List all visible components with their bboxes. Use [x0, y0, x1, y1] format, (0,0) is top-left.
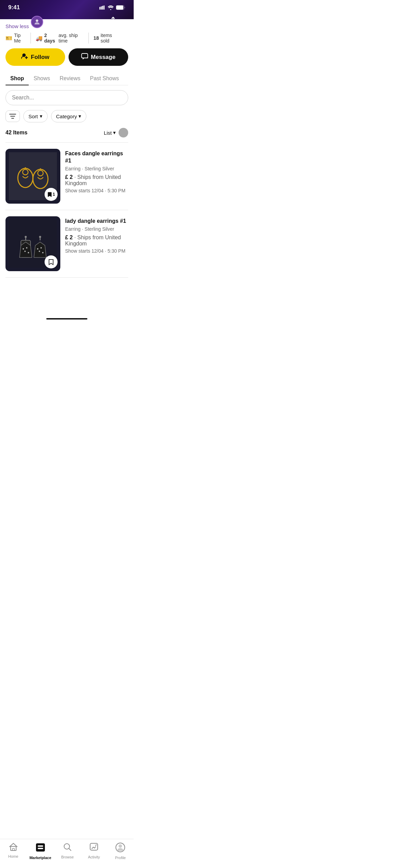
follow-icon — [21, 53, 28, 61]
bookmark-button-2[interactable] — [45, 255, 58, 268]
svg-rect-6 — [116, 5, 123, 10]
svg-point-27 — [40, 247, 42, 249]
svg-point-22 — [24, 251, 26, 252]
home-indicator — [46, 318, 87, 320]
back-button[interactable]: ‹ — [5, 17, 8, 26]
product-info: Faces dangle earrings #1 Earring · Sterl… — [65, 149, 128, 204]
nav-center: mooncrescent — [31, 16, 86, 28]
profile-stats: 🎫 Tip Me 🚚 2 days avg. ship time 18 item… — [5, 33, 128, 44]
tab-shows[interactable]: Shows — [29, 72, 55, 85]
bookmark-count: 1 — [53, 192, 55, 197]
follow-button[interactable]: Follow — [5, 48, 65, 66]
svg-point-20 — [23, 248, 24, 250]
product-category: Earring · Sterling Silver — [65, 166, 128, 171]
items-sold-stat: 18 items sold — [94, 33, 123, 44]
view-toggle-indicator — [119, 128, 128, 137]
profile-content: Show less 🎫 Tip Me 🚚 2 days avg. ship ti… — [0, 19, 134, 282]
svg-rect-3 — [104, 5, 105, 10]
nav-actions: ··· — [109, 17, 128, 27]
search-input[interactable] — [5, 90, 128, 105]
svg-point-31 — [39, 236, 41, 238]
items-header: 42 Items List ▾ — [5, 128, 128, 137]
tab-past-shows[interactable]: Past Shows — [85, 72, 124, 85]
tip-me-stat: 🎫 Tip Me — [5, 33, 31, 44]
category-label: Category — [56, 113, 77, 119]
product-image-wrapper: 1 — [5, 149, 60, 204]
product-image-wrapper-2 — [5, 216, 60, 271]
list-label: List — [104, 130, 112, 136]
items-sold-value: 18 — [94, 35, 99, 41]
sort-label: Sort — [28, 113, 38, 119]
ship-time-stat: 🚚 2 days avg. ship time — [36, 33, 89, 44]
tab-reviews[interactable]: Reviews — [55, 72, 85, 85]
bookmark-badge[interactable]: 1 — [45, 188, 58, 201]
view-toggle[interactable]: List ▾ — [104, 128, 128, 137]
chevron-down-icon: ▾ — [113, 130, 116, 136]
avatar — [31, 16, 43, 28]
tip-icon: 🎫 — [5, 35, 12, 41]
ship-days-value: 2 days — [44, 33, 57, 44]
product-price-2: £ 2 · Ships from United Kingdom — [65, 234, 128, 247]
username-label: mooncrescent — [47, 19, 86, 25]
sort-button[interactable]: Sort ▾ — [23, 110, 48, 122]
category-chevron-icon: ▾ — [78, 113, 81, 119]
ship-days-label: avg. ship time — [59, 33, 84, 44]
message-button[interactable]: Message — [69, 48, 128, 66]
svg-point-21 — [26, 247, 27, 249]
profile-tabs: Shop Shows Reviews Past Shows — [5, 72, 128, 85]
message-icon — [81, 53, 88, 61]
share-icon[interactable] — [109, 17, 117, 27]
product-show-date-2: Show starts 12/04 · 5:30 PM — [65, 248, 128, 254]
message-label: Message — [91, 54, 116, 61]
action-buttons: Follow Message — [5, 48, 128, 66]
svg-rect-10 — [82, 53, 88, 58]
svg-point-7 — [36, 20, 38, 22]
category-button[interactable]: Category ▾ — [51, 110, 87, 122]
svg-rect-1 — [101, 7, 102, 10]
svg-point-28 — [39, 251, 40, 252]
filter-row: Sort ▾ Category ▾ — [5, 110, 128, 122]
svg-point-26 — [37, 248, 38, 250]
svg-rect-0 — [99, 7, 100, 10]
navigation-bar: ‹ mooncrescent ··· — [0, 13, 134, 31]
items-count: 42 Items — [5, 130, 27, 136]
svg-point-29 — [42, 252, 44, 253]
status-time: 9:41 — [8, 4, 20, 11]
svg-point-23 — [28, 252, 29, 253]
items-sold-label: items sold — [100, 33, 119, 44]
product-price: £ 2 · Ships from United Kingdom — [65, 174, 128, 186]
product-show-date: Show starts 12/04 · 5:30 PM — [65, 188, 128, 193]
status-icons — [99, 5, 125, 10]
product-info-2: lady dangle earrings #1 Earring · Sterli… — [65, 216, 128, 271]
tab-shop[interactable]: Shop — [5, 72, 29, 85]
truck-icon: 🚚 — [36, 35, 42, 41]
svg-point-4 — [110, 9, 111, 10]
filter-icon-button[interactable] — [5, 110, 20, 122]
list-item[interactable]: lady dangle earrings #1 Earring · Sterli… — [5, 210, 128, 278]
follow-label: Follow — [31, 54, 49, 61]
product-category-2: Earring · Sterling Silver — [65, 226, 128, 232]
product-list: 1 Faces dangle earrings #1 Earring · Ste… — [5, 142, 128, 278]
svg-rect-2 — [102, 6, 103, 10]
tip-me-label: Tip Me — [14, 33, 26, 44]
list-item[interactable]: 1 Faces dangle earrings #1 Earring · Ste… — [5, 143, 128, 210]
sort-chevron-icon: ▾ — [40, 113, 42, 119]
svg-point-25 — [25, 236, 27, 238]
product-title-2: lady dangle earrings #1 — [65, 218, 128, 225]
more-options-icon[interactable]: ··· — [122, 18, 128, 26]
product-title: Faces dangle earrings #1 — [65, 150, 128, 165]
